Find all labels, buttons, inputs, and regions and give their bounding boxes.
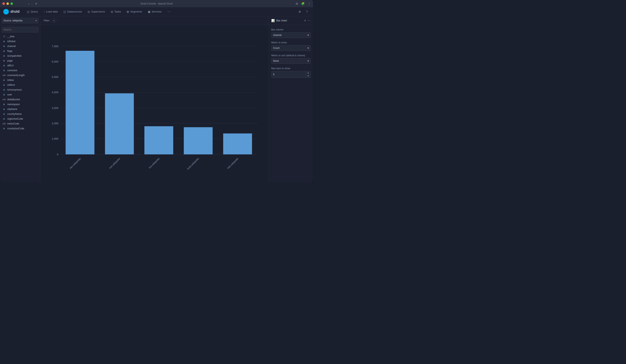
sidebar-list-item-diffUrl[interactable]: AdiffUrl	[0, 63, 40, 68]
source-select[interactable]: Source: wikipedia ▾	[1, 18, 39, 23]
nav-more-button[interactable]: ⋯	[165, 8, 173, 15]
string-type-icon: A	[2, 45, 6, 47]
source-select-chevron: ▾	[36, 19, 37, 22]
sidebar-list-item-user[interactable]: Auser	[0, 92, 40, 97]
sidebar-list-item-deltaBucket[interactable]: 123deltaBucket	[0, 97, 40, 102]
services-icon: ▣	[148, 10, 151, 13]
nav-item-segments[interactable]: ⊠ Segments	[124, 9, 145, 14]
metric-sort-select[interactable]: None ▾	[271, 58, 311, 64]
minimize-button[interactable]	[6, 2, 9, 5]
filter-add-button[interactable]: +	[52, 18, 56, 23]
sidebar-list-item-comment[interactable]: Acomment	[0, 68, 40, 73]
bar-column-select[interactable]: channel ▾	[271, 32, 311, 38]
metric-sort-chevron: ▾	[308, 60, 309, 62]
string-type-icon: A	[2, 40, 6, 42]
sidebar-list-item-isUnpatrolled[interactable]: AisUnpatrolled	[0, 53, 40, 58]
sidebar-list-item-metroCode[interactable]: 123metroCode	[0, 121, 40, 126]
sidebar-list-item-isNew[interactable]: AisNew	[0, 78, 40, 82]
right-panel: 📊 Bar chart ▾ ⋯ Bar column channel ▾ Met…	[269, 16, 313, 182]
nav-item-datasources[interactable]: ◫ Datasources	[61, 9, 84, 14]
metric-show-group: Metric to show Count ▾	[271, 41, 311, 51]
max-bars-value: 5	[272, 72, 306, 77]
bar-en-wikipedia	[66, 51, 94, 154]
nav-item-supervisors[interactable]: ◎ Supervisors	[85, 9, 108, 14]
list-item-label: page	[7, 59, 13, 62]
sidebar-list-item-commentLength[interactable]: 123commentLength	[0, 73, 40, 78]
sidebar-list-item-countryName[interactable]: AcountryName	[0, 112, 40, 117]
back-button[interactable]: ‹	[28, 2, 29, 5]
maximize-button[interactable]	[10, 2, 13, 5]
settings-button[interactable]: ⚙	[297, 9, 303, 14]
list-item-label: isMinor	[7, 83, 15, 86]
logo-mark	[3, 9, 9, 14]
svg-text:#ceb.wikipedia: #ceb.wikipedia	[186, 157, 199, 170]
bar-column-label: Bar column	[271, 28, 311, 31]
sidebar-list-item-cityName[interactable]: AcityName	[0, 107, 40, 112]
main-window: Druid Console - Apache Druid ‹ › ↺ ⧉ 🧩 ⋮…	[0, 0, 313, 182]
stepper-down-button[interactable]: ▼	[306, 75, 310, 78]
string-type-icon: A	[2, 89, 6, 91]
sidebar-list-item-regionIsoCode[interactable]: AregionIsoCode	[0, 117, 40, 121]
string-type-icon: A	[2, 113, 6, 115]
sidebar-list-item-__time[interactable]: ⏱__time	[0, 34, 40, 39]
svg-text:3,000: 3,000	[52, 107, 58, 110]
number-type-icon: 123	[2, 74, 6, 76]
sidebar-list-item-countryIsoCode[interactable]: AcountryIsoCode	[0, 126, 40, 131]
puzzle-icon[interactable]: 🧩	[301, 2, 305, 5]
nav-item-load-data-label: Load data	[46, 10, 58, 13]
svg-text:1,000: 1,000	[52, 137, 58, 140]
sidebar-list-item-isMinor[interactable]: AisMinor	[0, 82, 40, 87]
sidebar-list-item-namespace[interactable]: Anamespace	[0, 102, 40, 107]
extensions-icon[interactable]: ⧉	[296, 2, 298, 5]
refresh-button[interactable]: ↺	[35, 2, 37, 5]
svg-text:0: 0	[57, 153, 58, 156]
bar-column-group: Bar column channel ▾	[271, 28, 311, 38]
nav-item-load-data[interactable]: ↑ Load data	[41, 9, 60, 14]
sidebar-list-item-flags[interactable]: Aflags	[0, 49, 40, 53]
nav-item-query-label: Query	[31, 10, 38, 13]
bar-ceb-wikipedia	[184, 127, 213, 154]
stepper-up-button[interactable]: ▲	[306, 71, 310, 75]
metric-sort-value: None	[273, 60, 279, 62]
sidebar-header: Source: wikipedia ▾	[0, 16, 40, 25]
time-icon: ⏱	[2, 35, 6, 38]
svg-text:4,000: 4,000	[52, 91, 58, 94]
nav-item-datasources-label: Datasources	[67, 10, 82, 13]
bar-sh-wikipedia	[105, 93, 134, 155]
right-panel-more-button[interactable]: ⋯	[307, 19, 311, 22]
list-item-label: comment	[7, 69, 17, 72]
right-panel-header: 📊 Bar chart ▾ ⋯	[269, 16, 313, 25]
help-button[interactable]: ?	[304, 9, 310, 14]
nav-item-services[interactable]: ▣ Services	[145, 9, 164, 14]
close-button[interactable]	[2, 2, 5, 5]
logo: druid	[3, 9, 20, 14]
nav-right: ⚙ ?	[297, 9, 310, 14]
bar-column-value: channel	[273, 34, 281, 37]
sidebar: Source: wikipedia ▾ ⏱__timeAisRobotAchan…	[0, 16, 40, 182]
segments-icon: ⊠	[127, 10, 129, 13]
sidebar-list-item-channel[interactable]: Achannel	[0, 44, 40, 49]
list-item-label: metroCode	[7, 122, 19, 125]
source-select-label: Source: wikipedia	[3, 19, 22, 22]
forward-button[interactable]: ›	[32, 2, 33, 5]
nav-item-tasks[interactable]: ⊟ Tasks	[108, 9, 123, 14]
filter-bar: Filter: +	[40, 16, 269, 25]
bar-de-wikipedia	[223, 133, 252, 154]
sidebar-search[interactable]	[1, 27, 39, 33]
metric-show-select[interactable]: Count ▾	[271, 45, 311, 51]
chart-type-chevron[interactable]: ▾	[305, 19, 306, 22]
max-bars-stepper: 5 ▲ ▼	[271, 71, 311, 78]
sidebar-list-item-isAnonymous[interactable]: AisAnonymous	[0, 87, 40, 92]
sidebar-list-item-isRobot[interactable]: AisRobot	[0, 39, 40, 44]
string-type-icon: A	[2, 60, 6, 62]
list-item-label: isAnonymous	[7, 88, 22, 91]
sidebar-list-item-page[interactable]: Apage	[0, 58, 40, 63]
menu-dots-icon[interactable]: ⋮	[308, 2, 311, 5]
nav-item-query[interactable]: ◫ Query	[24, 9, 40, 14]
string-type-icon: A	[2, 118, 6, 120]
window-title: Druid Console - Apache Druid	[141, 2, 173, 5]
nav-items: ◫ Query ↑ Load data ◫ Datasources ◎ Supe…	[24, 8, 297, 15]
query-icon: ◫	[27, 10, 30, 13]
string-type-icon: A	[2, 127, 6, 130]
number-type-icon: 123	[2, 123, 6, 125]
